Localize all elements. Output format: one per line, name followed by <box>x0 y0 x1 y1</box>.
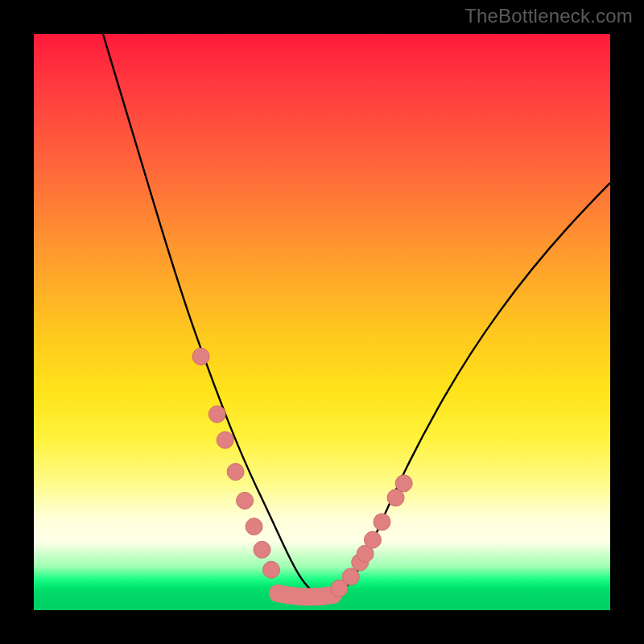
trough-band <box>278 593 333 597</box>
marker-dot <box>263 561 280 578</box>
marker-dot <box>254 541 270 558</box>
chart-frame: TheBottleneck.com <box>0 0 644 644</box>
marker-dot <box>237 492 254 509</box>
markers-right <box>331 475 412 597</box>
marker-dot <box>246 518 262 535</box>
marker-dot <box>395 475 412 492</box>
marker-dot <box>365 531 382 548</box>
attribution-text: TheBottleneck.com <box>464 5 633 27</box>
bottleneck-curve <box>103 34 610 597</box>
marker-dot <box>192 348 209 365</box>
marker-dot <box>342 568 359 585</box>
markers-left <box>192 348 279 578</box>
marker-dot <box>227 464 244 481</box>
curve-layer <box>34 34 610 610</box>
marker-dot <box>208 406 225 423</box>
plot-area <box>34 34 610 610</box>
marker-dot <box>217 431 233 448</box>
marker-dot <box>374 514 390 530</box>
